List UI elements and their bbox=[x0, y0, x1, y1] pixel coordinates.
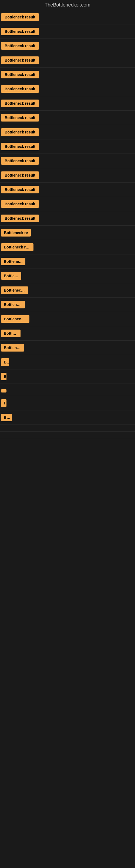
bottleneck-result-button[interactable]: Bott bbox=[1, 414, 12, 421]
bottleneck-result-button[interactable]: Bottlene bbox=[1, 272, 21, 280]
bottleneck-result-button[interactable]: Bottlene bbox=[1, 330, 20, 337]
bottleneck-result-button[interactable]: Bottleneck result bbox=[1, 56, 39, 64]
result-row: Bottleneck resul bbox=[0, 240, 135, 254]
result-row: Bottleneck result bbox=[0, 168, 135, 183]
result-row: Bott bbox=[0, 410, 135, 425]
result-row: Bottleneck result bbox=[0, 24, 135, 39]
bottleneck-result-button[interactable]: Bottleneck bbox=[1, 344, 24, 351]
result-row bbox=[0, 384, 135, 396]
bottleneck-result-button[interactable]: Bottleneck result bbox=[1, 128, 39, 136]
bottleneck-result-button[interactable]: B bbox=[1, 373, 6, 380]
result-row: Bottlene bbox=[0, 269, 135, 283]
bottleneck-result-button[interactable]: Bottleneck resul bbox=[1, 243, 34, 251]
bottleneck-result-button[interactable]: Bo bbox=[1, 358, 9, 366]
bottleneck-result-button[interactable]: Bottleneck result bbox=[1, 13, 39, 21]
bottleneck-result-button[interactable]: I bbox=[1, 399, 6, 407]
bottleneck-result-button[interactable]: Bottleneck result bbox=[1, 200, 39, 208]
result-row: B bbox=[0, 369, 135, 384]
result-row: Bottleneck result bbox=[0, 111, 135, 125]
bottleneck-result-button[interactable]: Bottleneck result bbox=[1, 42, 39, 50]
result-row: I bbox=[0, 396, 135, 410]
result-row bbox=[0, 432, 135, 438]
result-row bbox=[0, 425, 135, 432]
bottleneck-result-button[interactable]: Bottleneck r bbox=[1, 286, 28, 294]
bottleneck-result-button[interactable]: Bottleneck result bbox=[1, 85, 39, 93]
bottleneck-result-button[interactable]: Bottleneck result bbox=[1, 172, 39, 179]
result-row bbox=[0, 445, 135, 452]
bottleneck-result-button[interactable]: Bottleneck result bbox=[1, 71, 39, 79]
result-row: Bottleneck result bbox=[0, 96, 135, 111]
result-row: Bottlene bbox=[0, 326, 135, 341]
bottleneck-result-button[interactable]: Bottleneck bbox=[1, 301, 25, 308]
bottleneck-result-button[interactable]: Bottleneck result bbox=[1, 99, 39, 107]
result-row: Bottleneck result bbox=[0, 154, 135, 168]
result-row: Bottleneck bbox=[0, 298, 135, 312]
result-row: Bottleneck result bbox=[0, 39, 135, 53]
bottleneck-result-button[interactable]: Bottleneck result bbox=[1, 186, 39, 193]
result-row: Bottleneck re bbox=[0, 312, 135, 326]
result-row: Bo bbox=[0, 355, 135, 369]
result-row bbox=[0, 438, 135, 445]
bottleneck-result-button[interactable]: Bottleneck re bbox=[1, 315, 30, 323]
result-row: Bottleneck result bbox=[0, 82, 135, 96]
bottleneck-result-button[interactable]: Bottleneck result bbox=[1, 215, 39, 222]
bottleneck-result-button[interactable]: Bottleneck result bbox=[1, 114, 39, 122]
bottleneck-result-button[interactable]: Bottleneck result bbox=[1, 157, 39, 165]
result-row: Bottleneck result bbox=[0, 67, 135, 82]
result-row: Bottleneck result bbox=[0, 125, 135, 140]
result-row: Bottleneck r bbox=[0, 283, 135, 298]
bottleneck-result-button[interactable]: Bottleneck result bbox=[1, 28, 39, 35]
result-row: Bottleneck result bbox=[0, 10, 135, 24]
result-row: Bottleneck result bbox=[0, 197, 135, 211]
result-row: Bottleneck re bbox=[0, 226, 135, 240]
site-title: TheBottlenecker.com bbox=[0, 0, 135, 10]
result-row: Bottleneck bbox=[0, 341, 135, 355]
result-row: Bottleneck result bbox=[0, 140, 135, 154]
result-row: Bottleneck result bbox=[0, 211, 135, 226]
bottleneck-result-button[interactable]: Bottleneck result bbox=[1, 143, 39, 150]
result-row: Bottleneck result bbox=[0, 53, 135, 67]
result-row: Bottleneck bbox=[0, 254, 135, 269]
bottleneck-result-button[interactable]: Bottleneck bbox=[1, 258, 26, 265]
bottleneck-result-button[interactable] bbox=[1, 389, 6, 393]
result-row: Bottleneck result bbox=[0, 183, 135, 197]
bottleneck-result-button[interactable]: Bottleneck re bbox=[1, 229, 31, 237]
